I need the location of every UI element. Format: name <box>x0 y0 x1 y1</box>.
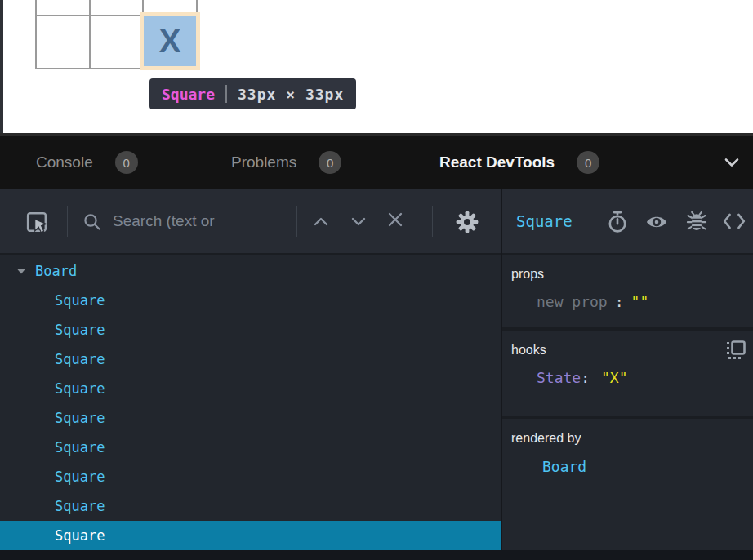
next-result-button[interactable] <box>348 211 369 232</box>
tab-label: React DevTools <box>439 153 555 171</box>
new-prop-row[interactable]: new prop:"" <box>511 293 746 310</box>
log-component-button[interactable] <box>684 209 709 233</box>
parse-hook-names-button[interactable] <box>725 340 746 361</box>
selected-component-title: Square <box>516 189 573 253</box>
collapse-panel-button[interactable] <box>724 136 740 189</box>
state-hook-value[interactable]: "X" <box>601 369 628 386</box>
collapse-chevron-icon <box>724 158 740 167</box>
bug-icon <box>685 210 708 233</box>
devtools-window: X Square 33px × 33px Console 0 Problems … <box>0 0 753 560</box>
tooltip-divider <box>225 85 227 103</box>
tab-badge: 0 <box>115 151 138 174</box>
tree-row-square[interactable]: Square <box>0 403 501 433</box>
clear-icon <box>387 211 403 228</box>
rendered-by-header: rendered by <box>511 429 746 447</box>
search-input[interactable] <box>113 209 291 233</box>
inspect-highlight-padding: X <box>140 12 200 70</box>
tooltip-component-name: Square <box>162 86 215 103</box>
hooks-header: hooks <box>511 341 746 359</box>
suspend-toggle-button[interactable] <box>606 211 629 233</box>
app-preview: X Square 33px × 33px <box>0 0 753 133</box>
view-source-button[interactable] <box>722 211 746 232</box>
search-icon <box>82 212 102 232</box>
state-hook-key: State <box>537 369 581 386</box>
tooltip-size: 33px × 33px <box>238 86 344 103</box>
tree-row-square-selected[interactable]: Square <box>0 521 501 550</box>
props-title: props <box>511 267 544 282</box>
square-cell-highlighted[interactable]: X <box>144 16 196 66</box>
eye-icon <box>645 213 668 231</box>
gear-icon <box>454 209 480 235</box>
component-tree: Board Square Square Square Square Square… <box>0 255 501 550</box>
props-section: props new prop:"" <box>502 255 753 327</box>
chevron-down-icon <box>351 217 366 226</box>
chevron-up-icon <box>314 217 328 226</box>
tab-label: Console <box>36 153 93 171</box>
tree-row-label: Square <box>55 380 105 397</box>
inspect-tooltip: Square 33px × 33px <box>149 78 356 109</box>
tab-badge: 0 <box>577 151 599 174</box>
tree-row-label: Square <box>55 351 105 367</box>
tree-row-square[interactable]: Square <box>0 374 501 403</box>
react-devtools-toolbar: Square <box>0 189 753 255</box>
tree-row-square[interactable]: Square <box>0 315 501 344</box>
tree-row-label: Square <box>55 527 105 544</box>
tab-react-devtools[interactable]: React DevTools 0 <box>439 136 599 189</box>
caret-down-icon <box>16 267 26 275</box>
tree-row-label: Square <box>55 498 105 514</box>
props-header: props <box>511 265 746 283</box>
hooks-section: hooks Sta <box>502 331 753 416</box>
tab-console[interactable]: Console 0 <box>36 136 138 189</box>
select-element-icon <box>24 209 50 235</box>
tab-badge: 0 <box>319 151 341 174</box>
grid-line <box>89 0 91 69</box>
code-brackets-icon <box>723 212 746 230</box>
window-left-edge <box>0 0 3 133</box>
tree-row-square[interactable]: Square <box>0 462 501 491</box>
toolbar-divider <box>432 206 433 237</box>
previous-result-button[interactable] <box>310 211 332 232</box>
clear-search-button[interactable] <box>385 209 406 230</box>
tab-problems[interactable]: Problems 0 <box>231 136 341 189</box>
tree-row-label: Board <box>35 263 77 279</box>
tree-row-square[interactable]: Square <box>0 491 501 521</box>
colon: : <box>615 293 624 310</box>
devtools-tabbar: Console 0 Problems 0 React DevTools 0 <box>0 133 753 189</box>
rendered-by-title: rendered by <box>511 431 581 446</box>
tree-row-board[interactable]: Board <box>0 256 501 286</box>
tree-row-label: Square <box>55 410 105 426</box>
grid-line <box>35 0 37 69</box>
bottom-bar <box>0 550 753 560</box>
square-value: X <box>159 23 181 60</box>
colon: : <box>581 369 590 386</box>
toolbar-divider <box>296 206 297 237</box>
tree-row-square[interactable]: Square <box>0 433 501 462</box>
select-element-button[interactable] <box>21 207 52 237</box>
stopwatch-icon <box>607 211 628 233</box>
tree-row-square[interactable]: Square <box>0 344 501 374</box>
new-prop-value[interactable]: "" <box>631 293 649 310</box>
tree-row-label: Square <box>55 292 105 309</box>
state-hook-row[interactable]: State:"X" <box>511 369 746 386</box>
tab-label: Problems <box>231 153 296 171</box>
tree-row-square[interactable]: Square <box>0 286 501 315</box>
new-prop-key[interactable]: new prop <box>537 293 608 310</box>
settings-button[interactable] <box>452 207 482 237</box>
parse-hooks-icon <box>725 340 746 361</box>
rendered-by-section: rendered by Board <box>502 419 753 540</box>
toolbar-divider <box>67 206 68 237</box>
tree-row-label: Square <box>55 439 105 456</box>
hooks-title: hooks <box>511 343 546 358</box>
tree-row-label: Square <box>55 469 105 485</box>
inspect-dom-button[interactable] <box>644 212 669 232</box>
rendered-by-board-link[interactable]: Board <box>511 458 746 475</box>
tree-row-label: Square <box>55 322 105 338</box>
component-details-panel: props new prop:"" hooks <box>502 255 753 550</box>
